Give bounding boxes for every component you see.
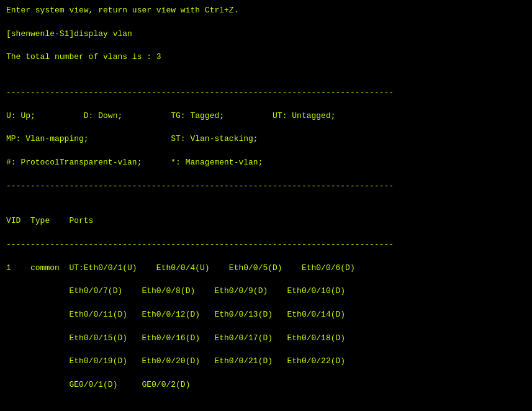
terminal-window[interactable]: Enter system view, return user view with…: [0, 0, 532, 411]
terminal-line: Eth0/0/7(D) Eth0/0/8(D) Eth0/0/9(D) Eth0…: [6, 286, 526, 297]
terminal-line: MP: Vlan-mapping; ST: Vlan-stacking;: [6, 133, 526, 145]
terminal-line: ----------------------------------------…: [6, 87, 526, 99]
terminal-line: Eth0/0/19(D) Eth0/0/20(D) Eth0/0/21(D) E…: [6, 356, 526, 368]
terminal-line: GE0/0/1(D) GE0/0/2(D): [6, 379, 526, 391]
terminal-line: Eth0/0/15(D) Eth0/0/16(D) Eth0/0/17(D) E…: [6, 333, 526, 345]
terminal-line: Eth0/0/11(D) Eth0/0/12(D) Eth0/0/13(D) E…: [6, 309, 526, 321]
terminal-line: ----------------------------------------…: [6, 181, 526, 192]
terminal-line: [shenwenle-S1]display vlan: [6, 29, 526, 40]
terminal-line: U: Up; D: Down; TG: Tagged; UT: Untagged…: [6, 111, 526, 122]
terminal-line: The total number of vlans is : 3: [6, 52, 526, 63]
terminal-line: #: ProtocolTransparent-vlan; *: Manageme…: [6, 157, 526, 169]
terminal-line: 1 common UT:Eth0/0/1(U) Eth0/0/4(U) Eth0…: [6, 263, 526, 274]
terminal-line: Enter system view, return user view with…: [6, 5, 526, 17]
terminal-line: VID Type Ports: [6, 215, 526, 227]
terminal-line: ----------------------------------------…: [6, 239, 526, 251]
